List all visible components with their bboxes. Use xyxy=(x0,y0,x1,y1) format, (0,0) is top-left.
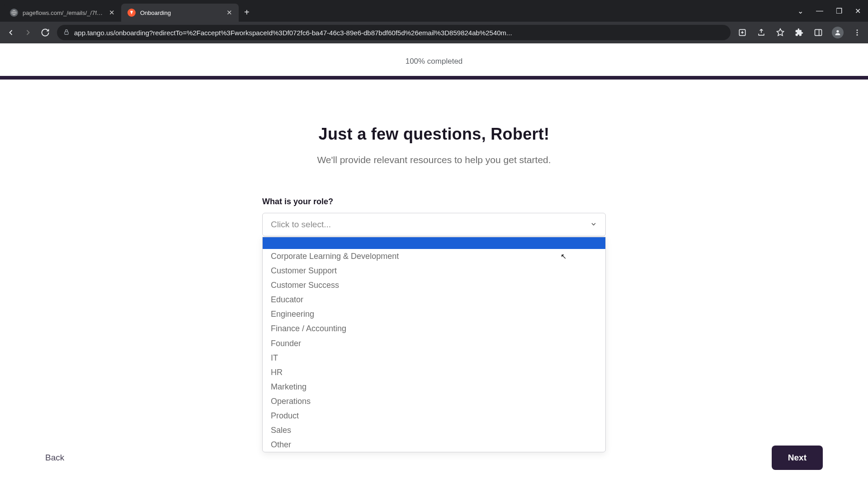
role-option[interactable]: Founder xyxy=(263,336,605,351)
extensions-icon[interactable] xyxy=(794,27,805,38)
chevron-down-icon xyxy=(590,221,597,229)
reload-icon[interactable] xyxy=(40,27,51,38)
tab-title: pageflows.com/_/emails/_/7fb5d xyxy=(23,9,104,16)
svg-point-4 xyxy=(836,30,839,33)
tab-title: Onboarding xyxy=(140,9,222,16)
svg-point-6 xyxy=(857,32,858,33)
role-field-label: What is your role? xyxy=(262,197,606,206)
next-button[interactable]: Next xyxy=(772,446,823,470)
browser-tab-active[interactable]: Onboarding ✕ xyxy=(121,4,239,22)
close-icon[interactable]: ✕ xyxy=(226,9,232,17)
page-heading: Just a few questions, Robert! xyxy=(262,125,606,144)
minimize-icon[interactable]: — xyxy=(816,7,823,15)
role-dropdown: Corporate Learning & DevelopmentCustomer… xyxy=(262,237,606,452)
back-button[interactable]: Back xyxy=(45,453,64,463)
footer-nav: Back Next xyxy=(0,446,868,470)
role-option[interactable]: Engineering xyxy=(263,307,605,321)
svg-rect-3 xyxy=(815,29,822,35)
close-icon[interactable]: ✕ xyxy=(109,9,115,17)
role-option[interactable] xyxy=(263,237,605,249)
page: 100% completed Just a few questions, Rob… xyxy=(0,43,868,488)
role-option[interactable]: Corporate Learning & Development xyxy=(263,249,605,263)
tab-search-icon[interactable]: ⌄ xyxy=(797,7,803,15)
role-option[interactable]: Finance / Accounting xyxy=(263,321,605,336)
new-tab-button[interactable]: + xyxy=(239,7,255,18)
url-bar[interactable]: app.tango.us/onboarding?redirectTo=%2Fac… xyxy=(57,25,731,40)
page-subheading: We'll provide relevant resources to help… xyxy=(262,155,606,165)
svg-point-7 xyxy=(857,34,858,36)
progress-label: 100% completed xyxy=(0,43,868,76)
globe-icon xyxy=(10,9,18,17)
maximize-icon[interactable]: ❐ xyxy=(836,7,842,15)
role-option[interactable]: Sales xyxy=(263,423,605,437)
browser-tab-strip: pageflows.com/_/emails/_/7fb5d ✕ Onboard… xyxy=(0,0,868,22)
forward-icon[interactable] xyxy=(23,27,33,38)
tango-icon xyxy=(127,9,136,17)
url-text: app.tango.us/onboarding?redirectTo=%2Fac… xyxy=(74,29,724,37)
onboarding-content: Just a few questions, Robert! We'll prov… xyxy=(262,80,606,236)
lock-icon xyxy=(63,29,70,37)
role-option[interactable]: HR xyxy=(263,365,605,380)
role-option[interactable]: Operations xyxy=(263,394,605,408)
role-select-wrap: Click to select... Corporate Learning & … xyxy=(262,213,606,236)
role-option[interactable]: Customer Success xyxy=(263,278,605,292)
kebab-menu-icon[interactable] xyxy=(852,27,863,38)
role-select[interactable]: Click to select... xyxy=(262,213,606,236)
svg-rect-1 xyxy=(65,32,68,34)
role-option[interactable]: Product xyxy=(263,408,605,423)
back-icon[interactable] xyxy=(5,27,16,38)
install-icon[interactable] xyxy=(737,27,748,38)
role-option[interactable]: Educator xyxy=(263,292,605,307)
side-panel-icon[interactable] xyxy=(813,27,824,38)
profile-avatar-icon[interactable] xyxy=(832,27,844,38)
browser-toolbar: app.tango.us/onboarding?redirectTo=%2Fac… xyxy=(0,22,868,43)
bookmark-star-icon[interactable] xyxy=(775,27,786,38)
svg-point-5 xyxy=(857,29,858,31)
progress-bar xyxy=(0,76,868,80)
share-icon[interactable] xyxy=(756,27,767,38)
role-option[interactable]: Customer Support xyxy=(263,263,605,278)
role-option[interactable]: Marketing xyxy=(263,380,605,394)
role-select-placeholder: Click to select... xyxy=(271,220,331,230)
browser-tab-inactive[interactable]: pageflows.com/_/emails/_/7fb5d ✕ xyxy=(4,4,121,22)
close-window-icon[interactable]: ✕ xyxy=(855,7,861,15)
role-option[interactable]: IT xyxy=(263,351,605,365)
window-controls: ⌄ — ❐ ✕ xyxy=(797,7,861,15)
